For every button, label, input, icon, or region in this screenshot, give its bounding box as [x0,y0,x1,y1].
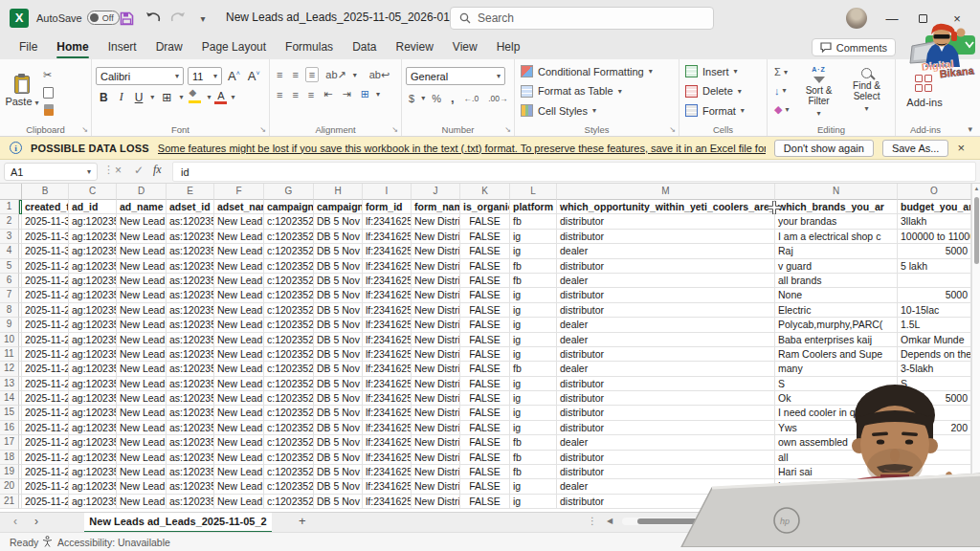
cell-E6[interactable]: as:120235 [167,274,214,288]
cell-G7[interactable]: c:1202352 [264,288,314,302]
font-color-button[interactable]: A [214,90,227,104]
cell-E19[interactable]: as:120235 [167,465,214,479]
cell-H9[interactable]: DB 5 Nov [314,318,363,332]
cell-L7[interactable]: ig [510,288,557,302]
cell-M9[interactable]: dealer [557,318,775,332]
cell-M11[interactable]: distributor [557,347,775,362]
fill-color-button[interactable] [189,91,201,103]
increase-indent-button[interactable]: ⇥ [339,87,353,101]
cell-K5[interactable]: FALSE [460,259,510,274]
cell-G11[interactable]: c:1202352 [264,347,314,362]
merge-center-button[interactable]: ⊞ [358,87,372,101]
cell-D21[interactable]: New Lead: [117,495,167,509]
cell-I5[interactable]: lf:2341625 [363,259,412,274]
cell-L9[interactable]: ig [510,318,557,332]
cell-M7[interactable]: distributor [557,288,775,302]
cell-F7[interactable]: New Lead: [214,288,264,302]
cell-B21[interactable]: 2025-11-2 [22,495,69,509]
cell-B10[interactable]: 2025-11-2 [22,333,69,347]
cell-K12[interactable]: FALSE [460,362,510,376]
sort-filter-button[interactable]: A·Z Sort & Filter▾ [798,63,840,119]
cell-C18[interactable]: ag:120235 [69,451,117,465]
cell-G4[interactable]: c:1202352 [264,244,314,258]
decrease-indent-button[interactable]: ⇤ [321,87,335,101]
cell-J5[interactable]: New Distri [412,259,460,274]
col-header-G[interactable]: G [264,184,314,200]
cell-L2[interactable]: fb [510,214,557,229]
conditional-formatting-button[interactable]: Conditional Formatting▾ [521,65,673,77]
vertical-scroll-thumb[interactable] [974,197,979,264]
scroll-up-icon[interactable]: ▲ [972,186,980,191]
cell-G9[interactable]: c:1202352 [264,318,314,332]
cell-B20[interactable]: 2025-11-2 [22,479,69,494]
cell-E13[interactable]: as:120235 [167,377,214,391]
tab-review[interactable]: Review [386,37,442,58]
cell-G14[interactable]: c:1202352 [264,391,314,406]
row-header-3[interactable]: 3 [0,230,19,244]
cell-N5[interactable]: v guard [775,259,898,274]
cell-G20[interactable]: c:1202352 [264,479,314,494]
collapse-ribbon-button[interactable]: ▾ [968,124,972,134]
cell-D2[interactable]: New Lead: [117,214,167,229]
cell-O3[interactable]: 100000 to 11000 [898,230,971,244]
cell-N3[interactable]: I am a electrical shop c [775,230,898,244]
cell-I18[interactable]: lf:2341625 [363,451,412,465]
cell-O2[interactable]: 3llakh [898,214,971,229]
cell-H17[interactable]: DB 5 Nov [314,435,363,450]
cell-O7[interactable]: 5000 [898,288,971,302]
number-format-select[interactable]: General▾ [406,67,505,85]
tab-insert[interactable]: Insert [99,37,146,58]
cell-D8[interactable]: New Lead: [117,303,167,318]
warning-close-button[interactable]: × [957,141,970,155]
cell-H14[interactable]: DB 5 Nov [314,391,363,406]
grow-font-button[interactable]: A˄ [226,69,242,83]
cell-H15[interactable]: DB 5 Nov [314,406,363,420]
cell-I19[interactable]: lf:2341625 [363,465,412,479]
warning-message-link[interactable]: Some features might be lost if you save … [158,143,766,154]
cell-J10[interactable]: New Distri [412,333,460,347]
cell-J17[interactable]: New Distri [412,435,460,450]
col-header-B[interactable]: B [22,184,69,200]
cell-H7[interactable]: DB 5 Nov [314,288,363,302]
cell-D13[interactable]: New Lead: [117,377,167,391]
cell-D17[interactable]: New Lead: [117,435,167,450]
cell-K13[interactable]: FALSE [460,377,510,391]
cell-H11[interactable]: DB 5 Nov [314,347,363,362]
header-cell-m[interactable]: which_opportunity_within_yeti_coolers_ar… [557,200,775,214]
increase-decimal-button[interactable]: ←.0 [461,93,482,104]
cell-O12[interactable]: 3-5lakh [898,362,971,376]
header-cell-b[interactable]: created_ti [22,200,69,214]
cell-C17[interactable]: ag:120235 [69,435,117,450]
cell-K14[interactable]: FALSE [460,391,510,406]
cell-K10[interactable]: FALSE [460,333,510,347]
cell-B5[interactable]: 2025-11-2 [22,259,69,274]
cell-E5[interactable]: as:120235 [167,259,214,274]
cell-N7[interactable]: None [775,288,898,302]
redo-button[interactable] [167,8,189,29]
cell-B12[interactable]: 2025-11-2 [22,362,69,376]
cell-J18[interactable]: New Distri [412,451,460,465]
decrease-decimal-button[interactable]: .00→ [485,93,510,104]
alignment-dialog-launcher[interactable]: ↘ [391,125,398,134]
underline-button[interactable]: U [131,91,147,104]
cell-G5[interactable]: c:1202352 [264,259,314,274]
cell-E12[interactable]: as:120235 [167,362,214,376]
account-avatar[interactable] [846,8,867,29]
tab-draw[interactable]: Draw [146,37,192,58]
cell-F3[interactable]: New Lead: [214,230,264,244]
copy-button[interactable] [43,87,54,99]
cell-H4[interactable]: DB 5 Nov [314,244,363,258]
row-header-19[interactable]: 19 [0,465,19,479]
tab-page-layout[interactable]: Page Layout [192,37,276,58]
header-cell-o[interactable]: budget_you_are [898,200,971,214]
cell-H12[interactable]: DB 5 Nov [314,362,363,376]
cell-B4[interactable]: 2025-11-3 [22,244,69,258]
cell-J21[interactable]: New Distri [412,495,460,509]
number-dialog-launcher[interactable]: ↘ [504,125,511,134]
cell-J19[interactable]: New Distri [412,465,460,479]
header-cell-e[interactable]: adset_id [167,200,214,214]
cell-D10[interactable]: New Lead: [117,333,167,347]
cell-F21[interactable]: New Lead: [214,495,264,509]
font-name-select[interactable]: Calibri▾ [96,67,184,85]
cell-E11[interactable]: as:120235 [167,347,214,362]
